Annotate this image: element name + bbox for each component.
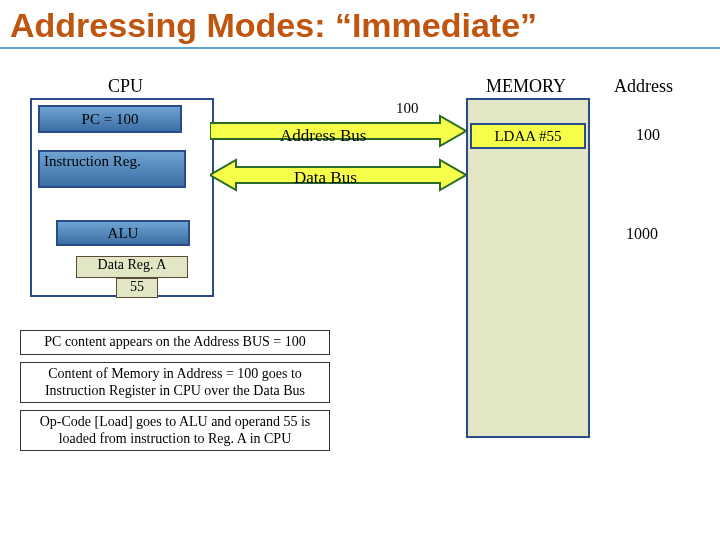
address-label-1000: 1000	[626, 225, 658, 243]
memory-header: MEMORY	[486, 76, 566, 97]
note-2: Content of Memory in Address = 100 goes …	[20, 362, 330, 403]
data-bus-label: Data Bus	[294, 168, 357, 188]
instruction-register: Instruction Reg.	[38, 150, 186, 188]
address-header: Address	[614, 76, 673, 97]
alu-box: ALU	[56, 220, 190, 246]
address-bus-value: 100	[396, 100, 419, 117]
memory-cell-100: LDAA #55	[470, 123, 586, 149]
memory-box	[466, 98, 590, 438]
data-reg-a-value: 55	[116, 278, 158, 298]
note-3: Op-Code [Load] goes to ALU and operand 5…	[20, 410, 330, 451]
data-reg-a-label: Data Reg. A	[76, 256, 188, 278]
slide-title: Addressing Modes: “Immediate”	[0, 0, 720, 49]
address-bus-label: Address Bus	[280, 126, 366, 146]
note-1: PC content appears on the Address BUS = …	[20, 330, 330, 355]
pc-register: PC = 100	[38, 105, 182, 133]
cpu-header: CPU	[108, 76, 143, 97]
address-label-100: 100	[636, 126, 660, 144]
